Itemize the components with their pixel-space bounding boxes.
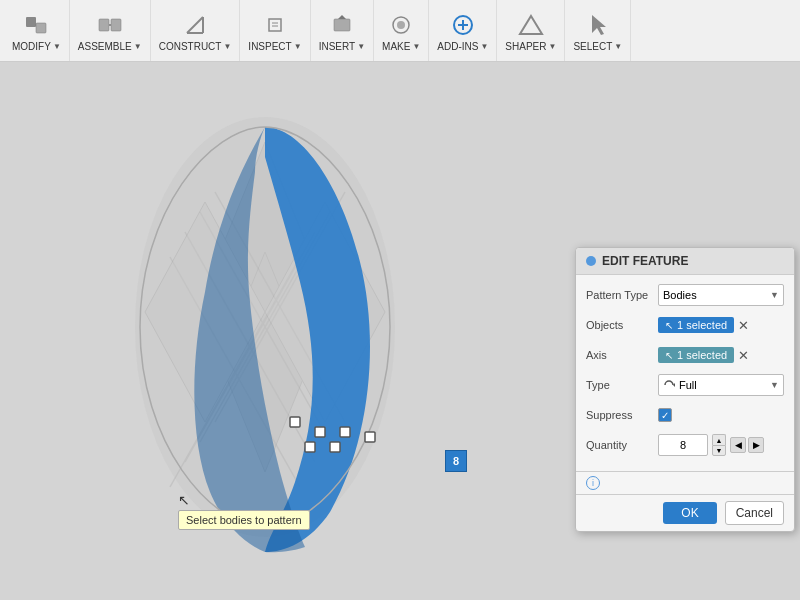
addins-menu[interactable]: ADD-INS▼ [429, 0, 497, 61]
svg-point-13 [397, 21, 405, 29]
make-icon [385, 9, 417, 41]
quantity-spinner: ▲ ▼ [712, 434, 726, 456]
suppress-control: ✓ [658, 408, 784, 422]
objects-cursor-icon: ↖ [665, 320, 673, 331]
ok-button[interactable]: OK [663, 502, 716, 524]
type-row: Type Full ▼ [586, 373, 784, 397]
axis-label: Axis [586, 349, 658, 361]
svg-rect-37 [305, 442, 315, 452]
svg-rect-35 [340, 427, 350, 437]
svg-line-5 [187, 17, 203, 33]
svg-rect-1 [36, 23, 46, 33]
modify-label: MODIFY▼ [12, 41, 61, 52]
axis-selected-badge[interactable]: ↖ 1 selected [658, 347, 734, 363]
svg-rect-34 [315, 427, 325, 437]
edit-feature-dialog: EDIT FEATURE Pattern Type Bodies ▼ Objec… [575, 247, 795, 532]
pattern-type-label: Pattern Type [586, 289, 658, 301]
objects-clear-button[interactable]: ✕ [738, 319, 749, 332]
make-label: MAKE▼ [382, 41, 420, 52]
axis-value: 1 selected [677, 349, 727, 361]
suppress-checkbox[interactable]: ✓ [658, 408, 672, 422]
axis-row: Axis ↖ 1 selected ✕ [586, 343, 784, 367]
type-arrow: ▼ [770, 380, 779, 390]
objects-control: ↖ 1 selected ✕ [658, 317, 784, 333]
svg-rect-10 [334, 19, 350, 31]
panel: EDIT FEATURE Pattern Type Bodies ▼ Objec… [575, 62, 800, 600]
svg-rect-33 [290, 417, 300, 427]
type-icon [663, 379, 675, 391]
inspect-label: INSPECT▼ [248, 41, 301, 52]
svg-rect-38 [330, 442, 340, 452]
inspect-menu[interactable]: INSPECT▼ [240, 0, 310, 61]
quantity-decrement[interactable]: ▼ [712, 445, 726, 456]
type-value: Full [679, 379, 697, 391]
axis-cursor-icon: ↖ [665, 350, 673, 361]
suppress-label: Suppress [586, 409, 658, 421]
svg-marker-11 [338, 15, 346, 19]
assemble-icon [94, 9, 126, 41]
objects-row: Objects ↖ 1 selected ✕ [586, 313, 784, 337]
shaper-label: SHAPER▼ [505, 41, 556, 52]
assemble-menu[interactable]: ASSEMBLE▼ [70, 0, 151, 61]
quantity-control: ▲ ▼ ◀ ▶ [658, 434, 784, 456]
assemble-label: ASSEMBLE▼ [78, 41, 142, 52]
suppress-row: Suppress ✓ [586, 403, 784, 427]
select-icon [582, 9, 614, 41]
dialog-footer: OK Cancel [576, 494, 794, 531]
quantity-extra-left[interactable]: ◀ [730, 437, 746, 453]
insert-label: INSERT▼ [319, 41, 365, 52]
toolbar: MODIFY▼ ASSEMBLE▼ CONSTRUCT▼ [0, 0, 800, 62]
info-icon: i [586, 476, 600, 490]
axis-clear-button[interactable]: ✕ [738, 349, 749, 362]
axis-control: ↖ 1 selected ✕ [658, 347, 784, 363]
dialog-body: Pattern Type Bodies ▼ Objects ↖ 1 [576, 275, 794, 471]
type-label: Type [586, 379, 658, 391]
dialog-header: EDIT FEATURE [576, 248, 794, 275]
construct-label: CONSTRUCT▼ [159, 41, 232, 52]
modify-menu[interactable]: MODIFY▼ [4, 0, 70, 61]
select-label: SELECT▼ [573, 41, 622, 52]
insert-menu[interactable]: INSERT▼ [311, 0, 374, 61]
construct-icon [179, 9, 211, 41]
quantity-canvas-overlay[interactable]: 8 [445, 450, 467, 472]
pattern-type-control: Bodies ▼ [658, 284, 784, 306]
cancel-button[interactable]: Cancel [725, 501, 784, 525]
select-menu[interactable]: SELECT▼ [565, 0, 631, 61]
svg-rect-36 [365, 432, 375, 442]
quantity-extra-controls: ◀ ▶ [730, 437, 764, 453]
shaper-icon [515, 9, 547, 41]
checkbox-check-icon: ✓ [661, 410, 669, 421]
type-control: Full ▼ [658, 374, 784, 396]
svg-marker-17 [520, 16, 542, 34]
pattern-type-select[interactable]: Bodies ▼ [658, 284, 784, 306]
shaper-menu[interactable]: SHAPER▼ [497, 0, 565, 61]
quantity-input[interactable] [658, 434, 708, 456]
canvas-area[interactable]: 8 ↖ Select bodies to pattern EDIT FEATUR… [0, 62, 800, 600]
objects-value: 1 selected [677, 319, 727, 331]
type-select[interactable]: Full ▼ [658, 374, 784, 396]
addins-icon [447, 9, 479, 41]
objects-selected-badge[interactable]: ↖ 1 selected [658, 317, 734, 333]
modify-icon [20, 9, 52, 41]
addins-label: ADD-INS▼ [437, 41, 488, 52]
dialog-info-row: i [576, 471, 794, 494]
construct-menu[interactable]: CONSTRUCT▼ [151, 0, 241, 61]
svg-marker-18 [592, 15, 606, 35]
pattern-type-arrow: ▼ [770, 290, 779, 300]
svg-rect-0 [26, 17, 36, 27]
quantity-row: Quantity ▲ ▼ ◀ ▶ [586, 433, 784, 457]
pattern-type-row: Pattern Type Bodies ▼ [586, 283, 784, 307]
quantity-increment[interactable]: ▲ [712, 434, 726, 445]
objects-label: Objects [586, 319, 658, 331]
svg-rect-2 [99, 19, 109, 31]
3d-shape [50, 82, 480, 572]
make-menu[interactable]: MAKE▼ [374, 0, 429, 61]
quantity-input-group: ▲ ▼ ◀ ▶ [658, 434, 764, 456]
pattern-type-value: Bodies [663, 289, 697, 301]
insert-icon [326, 9, 358, 41]
inspect-icon [259, 9, 291, 41]
dialog-title: EDIT FEATURE [602, 254, 688, 268]
svg-rect-19 [590, 15, 592, 35]
svg-rect-3 [111, 19, 121, 31]
quantity-extra-right[interactable]: ▶ [748, 437, 764, 453]
